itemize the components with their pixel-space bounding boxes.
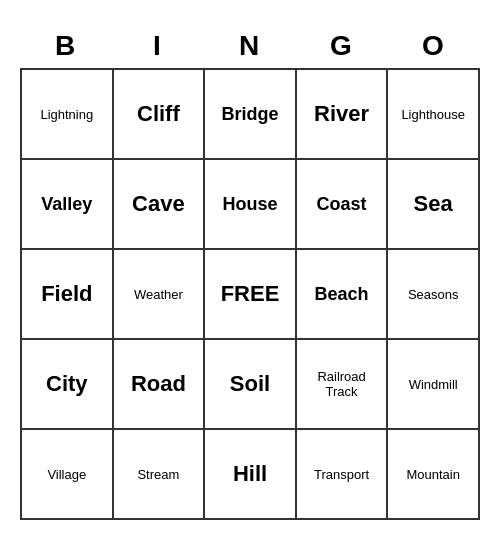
bingo-cell: Seasons <box>388 250 480 340</box>
bingo-cell: Soil <box>205 340 297 430</box>
bingo-cell: Transport <box>297 430 389 520</box>
bingo-cell: Mountain <box>388 430 480 520</box>
bingo-cell: Field <box>22 250 114 340</box>
bingo-cell: City <box>22 340 114 430</box>
bingo-card: BINGO LightningCliffBridgeRiverLighthous… <box>20 24 480 520</box>
bingo-cell: Valley <box>22 160 114 250</box>
bingo-header: BINGO <box>20 24 480 68</box>
bingo-grid: LightningCliffBridgeRiverLighthouseValle… <box>20 68 480 520</box>
bingo-cell: Lighthouse <box>388 70 480 160</box>
header-letter: B <box>20 24 112 68</box>
bingo-cell: Beach <box>297 250 389 340</box>
bingo-cell: Road <box>114 340 206 430</box>
bingo-cell: Stream <box>114 430 206 520</box>
header-letter: I <box>112 24 204 68</box>
bingo-cell: River <box>297 70 389 160</box>
header-letter: O <box>388 24 480 68</box>
bingo-cell: Windmill <box>388 340 480 430</box>
bingo-cell: Railroad Track <box>297 340 389 430</box>
header-letter: N <box>204 24 296 68</box>
bingo-cell: Cliff <box>114 70 206 160</box>
bingo-cell: Coast <box>297 160 389 250</box>
bingo-cell: Bridge <box>205 70 297 160</box>
bingo-cell: FREE <box>205 250 297 340</box>
bingo-cell: Weather <box>114 250 206 340</box>
header-letter: G <box>296 24 388 68</box>
bingo-cell: Sea <box>388 160 480 250</box>
bingo-cell: Lightning <box>22 70 114 160</box>
bingo-cell: Village <box>22 430 114 520</box>
bingo-cell: Cave <box>114 160 206 250</box>
bingo-cell: House <box>205 160 297 250</box>
bingo-cell: Hill <box>205 430 297 520</box>
